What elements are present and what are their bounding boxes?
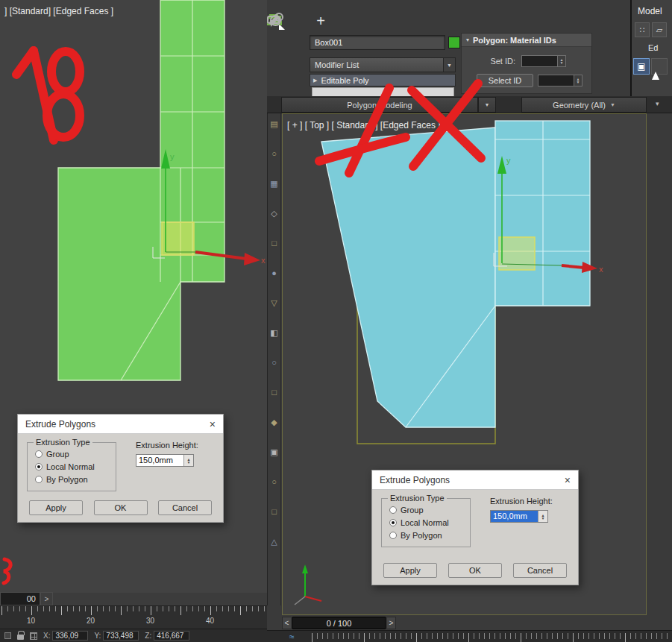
spinner-buttons[interactable]: ▲▼ [557,56,565,66]
close-icon[interactable]: × [565,474,571,486]
green-mesh[interactable] [58,0,224,380]
ribbon-tool-icon[interactable]: ○ [269,477,279,487]
spinner-down-icon[interactable]: ▼ [187,461,191,464]
y-coord-field[interactable]: 733,498 [103,631,139,641]
chevron-down-icon[interactable]: ▾ [656,100,659,107]
viewport-label-left[interactable]: ] [Standard] [Edged Faces ] [4,6,113,16]
radio-option-by-polygon[interactable]: By Polygon [35,475,116,484]
dialog-title-bar[interactable]: Extrude Polygons × [372,471,578,490]
radio-option-local-normal[interactable]: Local Normal [35,462,116,471]
timeline-major-ticks [1,606,267,615]
cyan-mesh[interactable] [321,121,590,427]
frame-counter-field[interactable]: 0 / 100 [292,617,386,629]
ribbon-tool-icon[interactable]: □ [269,239,279,248]
radio-button[interactable] [389,532,397,539]
selected-polygon[interactable] [162,222,194,255]
expander-icon[interactable]: ▶ [313,78,317,84]
rollout-arrow-icon[interactable]: ▾ [466,37,469,43]
x-coord-field[interactable]: 336,09 [52,631,88,641]
radio-button-checked[interactable] [389,519,397,526]
grid-icon[interactable] [30,632,37,640]
status-bar: X: 336,09 Y: 733,498 Z: 416,667 [0,629,267,642]
status-icon[interactable] [4,632,11,639]
radio-button[interactable] [35,450,43,458]
dialog-title-bar[interactable]: Extrude Polygons × [18,415,223,434]
extrusion-height-label: Extrusion Height: [136,441,198,450]
modify-panel-icon[interactable]: ▣ [633,58,650,75]
shape-tool-icon[interactable]: ▱ [652,22,667,37]
spinner-buttons[interactable]: ▲▼ [574,75,582,86]
selection-lock-icon[interactable] [17,635,24,640]
dialog-body: Extrusion Type Group Local Normal By Pol… [372,490,578,585]
modifier-stack-item[interactable]: ▶ Editable Poly [310,74,456,86]
extrusion-height-input[interactable]: 150,0mm ▲ ▼ [136,454,194,467]
wrench-icon[interactable] [267,12,285,30]
add-icon[interactable]: + [312,12,330,30]
ribbon-tool-icon[interactable]: ○ [269,149,279,159]
radio-option-local-normal[interactable]: Local Normal [389,518,470,527]
apply-button[interactable]: Apply [383,563,437,578]
radio-button[interactable] [35,476,43,483]
radio-option-group[interactable]: Group [389,506,470,514]
ribbon-tool-icon[interactable]: ▣ [269,447,279,457]
modifier-list-dropdown[interactable]: Modifier List ▼ [310,57,456,72]
radio-option-group[interactable]: Group [35,450,116,459]
ribbon-tool-icon[interactable]: △ [269,537,279,547]
tab-geometry-all[interactable]: Geometry (All) ▼ [521,97,647,113]
left-viewport[interactable]: ] [Standard] [Edged Faces ] [0,0,267,593]
cancel-button[interactable]: Cancel [513,563,567,578]
set-id-input[interactable]: ▲▼ [521,55,566,67]
object-name-field[interactable]: Box001 [310,35,445,50]
cancel-button[interactable]: Cancel [158,500,212,515]
ribbon-tool-icon[interactable]: ◆ [269,418,279,427]
radio-label: By Polygon [401,531,442,540]
object-color-swatch[interactable] [448,37,460,48]
spinner-down-icon[interactable]: ▼ [541,517,545,520]
rollout-title: Polygon: Material IDs [473,36,556,45]
ribbon-tool-icon[interactable]: ● [269,268,279,278]
next-frame-button[interactable]: > [40,592,53,605]
dots-grid-icon[interactable]: ∷ [635,22,650,37]
ribbon-tool-icon[interactable]: □ [269,507,279,517]
extrusion-height-input[interactable]: 150,0mm ▲ ▼ [490,510,548,523]
spinner-buttons[interactable]: ▲ ▼ [183,455,193,466]
dropdown-arrow-icon[interactable]: ▼ [443,58,455,72]
ok-button[interactable]: OK [448,563,502,578]
select-cursor-icon[interactable] [651,58,668,75]
tab-polygon-modeling[interactable]: Polygon Modeling [281,97,478,113]
close-icon[interactable]: × [210,418,216,430]
ribbon-tool-icon[interactable]: ▤ [269,119,279,129]
ribbon-tool-icon[interactable]: ○ [269,358,279,368]
ribbon-tool-icon[interactable]: ◇ [269,209,279,218]
extrusion-type-label: Extrusion Type [388,494,447,503]
current-frame-field[interactable]: 00 [0,592,40,605]
select-id-input[interactable]: ▲▼ [538,75,582,86]
bottom-track-bar[interactable]: ≈ [267,630,672,642]
wave-icon[interactable]: ≈ [289,632,295,642]
next-frame-button[interactable]: > [386,617,396,629]
ribbon-tool-icon[interactable]: ▽ [269,298,279,308]
ribbon-tool-icon[interactable]: ◧ [269,328,279,338]
z-coord-field[interactable]: 416,667 [154,631,189,641]
tab-dropdown-icon[interactable]: ▼ [478,97,496,113]
right-viewport[interactable]: [ + ] [ Top ] [ Standard ] [Edged Faces … [282,113,647,615]
ribbon-tool-icon[interactable]: ▦ [269,179,279,189]
viewport-label-right[interactable]: [ + ] [ Top ] [ Standard ] [Edged Faces … [287,120,441,130]
spinner-buttons[interactable]: ▲ ▼ [538,511,547,522]
radio-button[interactable] [389,506,397,514]
modeling-ribbon-strip[interactable]: ▤○▦◇□●▽◧○□◆▣○□△ [267,113,281,605]
timeline-number: 30 [146,617,154,625]
x-axis-label: x [599,265,603,274]
set-id-value [522,56,557,66]
ok-button[interactable]: OK [94,500,148,515]
apply-button[interactable]: Apply [29,500,83,515]
radio-option-by-polygon[interactable]: By Polygon [389,531,470,540]
rollout-header[interactable]: ▾ Polygon: Material IDs [462,34,591,47]
ribbon-tool-icon[interactable]: □ [269,388,279,397]
application-window: ] [Standard] [Edged Faces ] [0,0,672,642]
timeline-ruler[interactable]: 10 20 30 40 [0,605,267,629]
radio-button-checked[interactable] [35,463,43,471]
select-id-value [538,75,574,86]
select-id-button[interactable]: Select ID [477,74,533,87]
previous-frame-button[interactable]: < [282,617,292,629]
